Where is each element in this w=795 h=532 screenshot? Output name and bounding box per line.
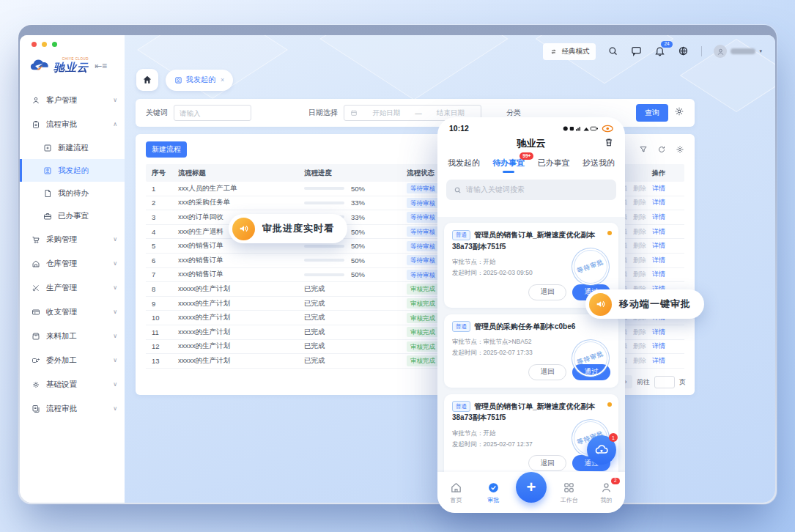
close-tab-icon[interactable]: ×: [221, 76, 224, 84]
detail-link[interactable]: 详情: [652, 241, 665, 251]
detail-link[interactable]: 详情: [652, 256, 665, 265]
minimize-window-button[interactable]: [42, 42, 47, 47]
sidebar-subitem-0[interactable]: 新建流程: [20, 136, 125, 159]
filter-icon[interactable]: [639, 145, 648, 154]
reject-button[interactable]: 退回: [528, 364, 566, 380]
progress-done-text: 已完成: [304, 284, 325, 292]
cell-no: 1: [146, 185, 172, 193]
delete-link[interactable]: 删除: [633, 227, 646, 237]
create-new-button[interactable]: +: [516, 472, 547, 503]
filter-settings-gear-icon[interactable]: [674, 106, 684, 119]
detail-link[interactable]: 详情: [652, 213, 665, 222]
sidebar-item-3[interactable]: 仓库管理∨: [20, 251, 125, 276]
progress-done-text: 已完成: [304, 313, 325, 321]
trash-icon[interactable]: [604, 137, 614, 150]
goto-page-input[interactable]: [654, 376, 675, 388]
phone-tab-我发起的[interactable]: 我发起的: [448, 158, 480, 174]
detail-link[interactable]: 详情: [652, 198, 665, 207]
unread-dot-icon: [607, 402, 612, 407]
reject-button[interactable]: 退回: [528, 455, 566, 471]
language-globe-icon[interactable]: [678, 45, 689, 57]
sidebar-item-0[interactable]: 客户管理∨: [20, 88, 125, 112]
status-badge: 审核完成: [407, 284, 439, 294]
keyword-input[interactable]: [174, 105, 251, 121]
date-separator: —: [415, 109, 422, 117]
phone-bottom-nav: 首页审批+工作台我的2: [437, 472, 625, 513]
phone-nav-label: 首页: [450, 496, 462, 504]
detail-link[interactable]: 详情: [652, 270, 665, 279]
table-settings-gear-icon[interactable]: [676, 145, 684, 154]
cell-no: 7: [146, 270, 172, 278]
card-tag: 普通: [452, 401, 470, 412]
phone-search-bar[interactable]: 请输入关键词搜索: [446, 180, 616, 200]
sidebar-subitem-3[interactable]: 已办事宜: [20, 204, 125, 227]
sidebar-collapse-icon[interactable]: ⇤≡: [95, 61, 107, 71]
delete-link[interactable]: 删除: [633, 184, 646, 193]
breadcrumb: 我发起的 ×: [125, 67, 775, 91]
reject-button[interactable]: 退回: [528, 284, 566, 300]
sidebar-item-5[interactable]: 收支管理∨: [20, 300, 125, 324]
phone-nav-审批[interactable]: 审批: [478, 481, 508, 504]
notification-bell-icon[interactable]: 24: [654, 45, 666, 57]
sidebar-item-label: 采购管理: [46, 234, 77, 245]
close-window-button[interactable]: [32, 42, 37, 47]
status-badge: 审核完成: [407, 327, 439, 337]
delete-link[interactable]: 删除: [633, 241, 646, 251]
delete-link[interactable]: 删除: [633, 341, 646, 351]
sidebar-item-8[interactable]: 基础设置∨: [20, 372, 125, 396]
chevron-down-icon: ∨: [113, 309, 117, 315]
sync-float-button[interactable]: 1: [587, 435, 616, 465]
sidebar-item-7[interactable]: 委外加工∨: [20, 348, 125, 372]
delete-link[interactable]: 删除: [633, 356, 646, 366]
cell-progress: 已完成: [298, 328, 401, 337]
detail-link[interactable]: 详情: [652, 341, 665, 351]
delete-link[interactable]: 删除: [633, 328, 646, 337]
phone-nav-label: 我的: [601, 496, 613, 504]
refresh-icon[interactable]: [657, 145, 666, 154]
progress-text: 50%: [351, 270, 365, 278]
sidebar-subitem-label: 我的待办: [58, 188, 89, 199]
sidebar-item-1[interactable]: 流程审批∧: [20, 112, 125, 136]
phone-nav-我的[interactable]: 我的2: [592, 481, 621, 504]
new-doc-icon: [43, 144, 52, 152]
home-button[interactable]: [136, 69, 158, 91]
phone-tab-待办事宜[interactable]: 待办事宜99+: [492, 158, 525, 174]
phone-nav-工作台[interactable]: 工作台: [555, 481, 584, 504]
delete-link[interactable]: 删除: [633, 213, 646, 222]
user-menu[interactable]: ▾: [714, 45, 762, 58]
detail-link[interactable]: 详情: [652, 227, 665, 237]
phone-tab-抄送我的[interactable]: 抄送我的: [583, 158, 615, 174]
sidebar-item-4[interactable]: 生产管理∨: [20, 276, 125, 300]
cell-title: xxxxx的生产计划: [172, 341, 298, 351]
detail-link[interactable]: 详情: [652, 328, 665, 337]
page-unit-label: 页: [679, 377, 686, 387]
maximize-window-button[interactable]: [52, 42, 57, 47]
sidebar-item-6[interactable]: 来料加工∨: [20, 324, 125, 348]
approval-card[interactable]: 普通管理员的采购任务单副本c0be6等待审批审批节点：审批节点>NBA52发起时…: [444, 314, 618, 388]
progress-bar: 50%: [304, 256, 401, 265]
phone-search-placeholder: 请输入关键词搜索: [466, 185, 525, 195]
delete-link[interactable]: 删除: [633, 256, 646, 265]
sidebar-subitem-1[interactable]: 我发起的: [20, 159, 125, 182]
sidebar-subitem-2[interactable]: 我的待办: [20, 182, 125, 204]
search-button[interactable]: 查询: [636, 104, 668, 122]
status-badge: 等待审核: [407, 255, 439, 265]
delete-link[interactable]: 删除: [633, 198, 646, 207]
new-process-button[interactable]: 新建流程: [146, 141, 187, 158]
classic-mode-button[interactable]: 经典模式: [543, 43, 596, 60]
speaker-icon: [232, 218, 255, 240]
sidebar-item-9[interactable]: 流程审批∨: [20, 396, 125, 421]
delete-link[interactable]: 删除: [633, 270, 646, 279]
message-icon[interactable]: [631, 45, 643, 57]
detail-link[interactable]: 详情: [652, 184, 665, 193]
phone-tab-已办事宜[interactable]: 已办事宜: [538, 158, 570, 174]
detail-link[interactable]: 详情: [652, 356, 665, 366]
phone-nav-首页[interactable]: 首页: [441, 481, 470, 504]
id-card-icon: [174, 76, 182, 84]
sidebar-item-2[interactable]: 采购管理∨: [20, 227, 125, 251]
search-icon[interactable]: [607, 45, 619, 57]
card-tag: 普通: [452, 321, 470, 332]
phone-time: 10:12: [449, 124, 469, 133]
status-badge: 等待审核: [407, 226, 439, 237]
open-tab-pill[interactable]: 我发起的 ×: [166, 70, 233, 91]
